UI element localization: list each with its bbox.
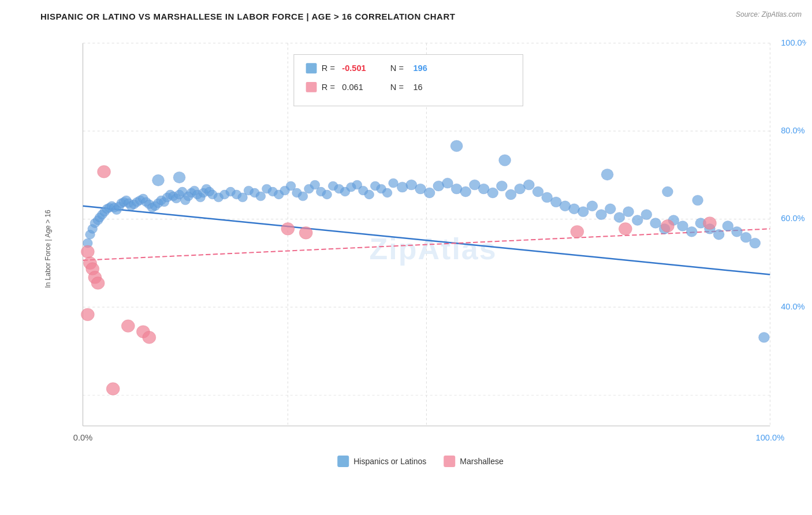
svg-point-160 [121,320,135,333]
chart-area: In Labor Force | Age > 16 ZipAtlas .grid… [35,26,806,472]
svg-point-114 [460,186,471,197]
svg-point-135 [650,218,661,229]
svg-text:100.0%: 100.0% [756,433,785,442]
source-label: Source: ZipAtlas.com [736,10,802,18]
svg-rect-17 [306,63,317,73]
legend-label-hispanics: Hispanics or Latinos [353,457,426,466]
svg-point-151 [662,186,673,197]
legend-item-hispanics: Hispanics or Latinos [337,456,426,467]
svg-text:N =: N = [390,83,404,92]
svg-text:R =: R = [322,64,335,73]
svg-point-164 [281,222,295,235]
svg-text:R =: R = [322,83,335,92]
svg-point-139 [686,226,697,237]
svg-text:80.0%: 80.0% [781,126,805,135]
svg-point-145 [740,232,751,242]
svg-point-142 [713,229,724,240]
svg-point-130 [605,204,616,214]
svg-rect-22 [306,82,317,92]
svg-text:60.0%: 60.0% [781,214,805,223]
svg-text:40.0%: 40.0% [781,302,805,311]
svg-point-110 [424,188,435,198]
svg-point-134 [641,210,652,220]
svg-point-154 [81,245,94,258]
svg-point-167 [619,222,632,235]
svg-point-144 [732,226,743,237]
svg-point-158 [91,277,105,289]
svg-point-149 [499,155,511,166]
svg-point-84 [256,192,266,201]
svg-point-118 [497,181,508,191]
svg-text:-0.501: -0.501 [342,64,366,73]
svg-point-159 [81,308,94,321]
svg-point-133 [632,215,643,226]
svg-point-146 [750,238,761,248]
legend-item-marshallese: Marshallese [444,456,503,467]
svg-point-74 [152,174,165,186]
svg-point-143 [722,221,733,232]
svg-point-169 [703,217,717,230]
svg-text:0.061: 0.061 [342,83,363,92]
legend-label-marshallese: Marshallese [460,457,503,466]
svg-point-119 [505,189,516,200]
svg-point-102 [364,190,374,199]
svg-point-162 [143,331,156,344]
svg-text:100.0%: 100.0% [781,38,806,47]
svg-point-163 [106,383,120,395]
svg-point-148 [450,140,463,152]
legend-color-hispanics [337,456,349,467]
svg-point-132 [623,207,634,217]
svg-text:16: 16 [413,83,422,92]
svg-rect-16 [294,54,523,106]
svg-point-117 [487,188,498,198]
svg-text:0.0%: 0.0% [73,433,93,442]
svg-point-112 [442,178,453,188]
svg-point-95 [322,190,332,199]
legend: Hispanics or Latinos Marshallese [337,456,504,467]
svg-point-106 [389,178,398,188]
svg-point-127 [578,207,588,217]
svg-point-138 [677,221,688,232]
svg-point-121 [523,180,534,190]
svg-text:196: 196 [413,64,427,73]
svg-point-165 [299,226,312,239]
svg-point-91 [298,192,308,201]
svg-point-152 [692,195,703,206]
svg-point-75 [173,171,185,183]
svg-point-105 [382,188,392,197]
svg-point-166 [571,225,584,238]
scatter-plot: .grid-line { stroke: #ddd; stroke-width:… [35,26,806,472]
svg-point-168 [661,220,674,233]
svg-point-129 [596,210,607,220]
svg-point-128 [587,201,598,211]
chart-title: HISPANIC OR LATINO VS MARSHALLESE IN LAB… [35,12,806,21]
chart-container: HISPANIC OR LATINO VS MARSHALLESE IN LAB… [0,0,812,515]
svg-text:N =: N = [390,64,404,73]
svg-point-153 [98,165,111,178]
svg-point-150 [601,169,613,180]
svg-point-147 [759,333,770,343]
svg-point-122 [532,186,543,197]
svg-point-131 [614,212,625,223]
legend-color-marshallese [444,456,455,467]
